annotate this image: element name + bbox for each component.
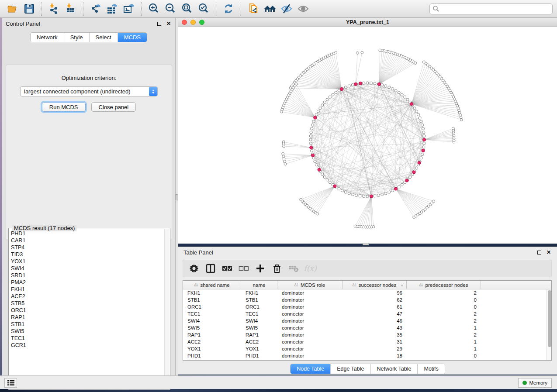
satellite-node[interactable] xyxy=(372,226,375,228)
ring-node[interactable] xyxy=(406,98,409,101)
table-row[interactable]: YOX1YOX1connector291 xyxy=(183,345,547,352)
ring-node[interactable] xyxy=(381,193,384,196)
ring-node[interactable] xyxy=(419,117,421,119)
zoom-fit-icon[interactable] xyxy=(180,2,194,15)
mcds-hub-node[interactable] xyxy=(354,83,357,86)
satellite-node[interactable] xyxy=(452,127,454,130)
tab-network[interactable]: Network xyxy=(31,33,64,42)
mcds-hub-node[interactable] xyxy=(410,103,413,106)
ring-node[interactable] xyxy=(321,173,324,175)
ring-node[interactable] xyxy=(398,91,400,94)
float-panel-icon[interactable] xyxy=(156,21,162,27)
satellite-node[interactable] xyxy=(379,49,381,52)
ring-node[interactable] xyxy=(309,134,312,137)
task-history-button[interactable] xyxy=(4,378,17,388)
ring-node[interactable] xyxy=(374,195,376,197)
column-header-predecessor-nodes[interactable]: 品predecessor nodes xyxy=(407,281,481,289)
sort-indicator-icon[interactable]: ⌄ xyxy=(400,283,404,287)
delete-column-icon[interactable] xyxy=(270,262,284,275)
satellite-node[interactable] xyxy=(283,145,285,148)
mcds-result-item[interactable]: YOX1 xyxy=(11,258,164,265)
ring-node[interactable] xyxy=(332,93,334,96)
deselect-all-checkboxes-icon[interactable] xyxy=(237,262,250,275)
mcds-result-item[interactable]: ACE2 xyxy=(11,293,164,300)
close-window-icon[interactable] xyxy=(182,20,187,25)
mcds-hub-node[interactable] xyxy=(370,195,373,198)
show-all-icon[interactable] xyxy=(297,2,310,15)
import-table-icon[interactable] xyxy=(64,2,77,15)
export-table-icon[interactable] xyxy=(106,2,119,15)
export-network-icon[interactable] xyxy=(89,2,102,15)
refresh-layout-icon[interactable] xyxy=(222,2,235,15)
ring-node[interactable] xyxy=(317,110,319,113)
ring-node[interactable] xyxy=(310,131,312,134)
ring-node[interactable] xyxy=(381,83,384,86)
close-table-panel-icon[interactable]: ✕ xyxy=(546,249,552,255)
satellite-node[interactable] xyxy=(283,160,286,163)
table-row[interactable]: TEC1TEC1connector472 xyxy=(183,310,547,317)
mcds-hub-node[interactable] xyxy=(412,171,415,174)
float-table-panel-icon[interactable] xyxy=(536,249,542,255)
satellite-node[interactable] xyxy=(280,110,283,113)
satellite-node[interactable] xyxy=(283,158,285,160)
ring-node[interactable] xyxy=(391,87,394,90)
mcds-hub-node[interactable] xyxy=(422,138,426,141)
tab-style[interactable]: Style xyxy=(64,33,89,42)
mcds-result-item[interactable]: RAP1 xyxy=(11,314,164,321)
ring-node[interactable] xyxy=(409,176,412,179)
mcds-result-item[interactable]: SWI4 xyxy=(11,265,164,272)
satellite-node[interactable] xyxy=(432,200,435,203)
table-row[interactable]: STB1STB1dominator620 xyxy=(183,296,547,303)
ring-node[interactable] xyxy=(420,157,422,159)
ring-node[interactable] xyxy=(348,192,350,195)
mcds-hub-node[interactable] xyxy=(394,187,397,190)
mcds-hub-node[interactable] xyxy=(340,88,343,91)
mcds-hub-node[interactable] xyxy=(311,154,314,157)
ring-node[interactable] xyxy=(421,153,423,156)
ring-node[interactable] xyxy=(359,195,361,197)
search-input[interactable] xyxy=(439,6,550,12)
table-row[interactable]: FKH1FKH1dominator962 xyxy=(183,289,547,296)
table-row[interactable]: SWI4SWI4dominator462 xyxy=(183,317,547,324)
select-all-checkboxes-icon[interactable] xyxy=(221,262,234,275)
ring-node[interactable] xyxy=(384,192,387,195)
ring-node[interactable] xyxy=(421,124,423,126)
minimize-window-icon[interactable] xyxy=(190,20,196,25)
ring-node[interactable] xyxy=(321,104,324,107)
ring-node[interactable] xyxy=(323,101,326,103)
memory-button[interactable]: Memory xyxy=(518,378,552,388)
ring-node[interactable] xyxy=(415,110,418,113)
mcds-result-item[interactable]: STP4 xyxy=(11,244,164,251)
column-header-MCDS-role[interactable]: 品MCDS role xyxy=(277,281,343,289)
ring-node[interactable] xyxy=(422,131,425,134)
horizontal-splitter-grip[interactable] xyxy=(363,243,369,245)
mcds-result-item[interactable]: PMA2 xyxy=(11,279,164,286)
ring-node[interactable] xyxy=(377,194,380,196)
mcds-hub-node[interactable] xyxy=(377,83,381,86)
ring-node[interactable] xyxy=(423,142,426,144)
run-mcds-button[interactable]: Run MCDS xyxy=(42,102,86,112)
ring-node[interactable] xyxy=(366,195,369,198)
column-header-shared-name[interactable]: 品shared name xyxy=(183,281,241,289)
ring-node[interactable] xyxy=(388,191,391,193)
tab-network-table[interactable]: Network Table xyxy=(370,364,418,374)
ring-node[interactable] xyxy=(348,85,350,87)
ring-node[interactable] xyxy=(398,186,400,188)
go-home-icon[interactable] xyxy=(263,2,277,15)
ring-node[interactable] xyxy=(310,127,313,130)
mcds-result-item[interactable]: SRD1 xyxy=(11,272,164,279)
mcds-result-item[interactable]: ORC1 xyxy=(11,307,164,314)
ring-node[interactable] xyxy=(384,85,387,87)
ring-node[interactable] xyxy=(374,82,376,85)
settings-gear-icon[interactable] xyxy=(187,262,201,275)
ring-node[interactable] xyxy=(423,134,426,137)
mcds-result-item[interactable]: GCR1 xyxy=(11,342,164,349)
ring-node[interactable] xyxy=(401,93,403,96)
open-file-icon[interactable] xyxy=(6,2,19,15)
tab-node-table[interactable]: Node Table xyxy=(291,364,330,374)
ring-node[interactable] xyxy=(351,83,354,86)
satellite-node[interactable] xyxy=(356,52,359,54)
satellite-node[interactable] xyxy=(282,152,284,155)
table-row[interactable]: PHD1PHD1dominator180 xyxy=(183,352,547,359)
mcds-result-list[interactable]: PHD1CAR1STP4TID3YOX1SWI4SRD1PMA2FKH1ACE2… xyxy=(9,229,164,389)
